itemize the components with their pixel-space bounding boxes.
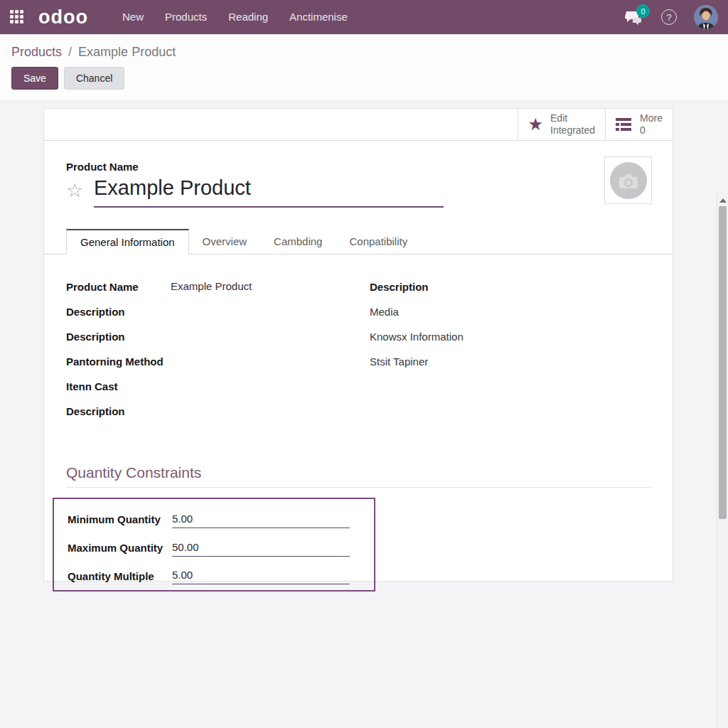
field-row: Description <box>370 274 654 299</box>
field-row: Description <box>66 399 370 424</box>
maximum-quantity-label: Maximum Quantity <box>68 542 172 554</box>
field-label: Media <box>370 306 474 318</box>
star-icon: ★ <box>528 116 544 133</box>
content-area: ★ Edit Integrated More 0 <box>0 100 728 728</box>
product-title-underline <box>94 206 444 208</box>
nav-item-products[interactable]: Products <box>165 0 207 34</box>
field-label: Knowsx Information <box>370 331 474 343</box>
tab-cambding[interactable]: Cambding <box>260 229 336 254</box>
field-row: Itenn Cast <box>66 374 370 399</box>
field-label: Stsit Tapiner <box>370 355 474 368</box>
field-value[interactable] <box>171 305 277 319</box>
apps-grid-icon[interactable] <box>10 10 24 24</box>
fields-left-column: Product Name Example Product Description… <box>44 274 370 424</box>
field-row: Description <box>66 324 370 349</box>
control-panel: Products / Example Product Save Chancel <box>0 34 728 100</box>
nav-item-new[interactable]: New <box>122 0 144 34</box>
breadcrumb: Products / Example Product <box>0 35 728 60</box>
cancel-button[interactable]: Chancel <box>64 67 124 90</box>
field-row: Media <box>370 299 654 324</box>
vertical-scrollbar[interactable] <box>717 194 728 728</box>
field-value[interactable] <box>171 405 277 419</box>
field-value[interactable] <box>171 355 277 369</box>
quantity-row: Minimum Quantity <box>68 505 374 534</box>
minimum-quantity-input[interactable] <box>172 511 350 528</box>
quantity-row: Maximum Quantity <box>68 534 374 562</box>
quantity-multiple-input[interactable] <box>172 567 350 584</box>
field-label: Description <box>66 405 171 417</box>
field-label: Pantorning Method <box>66 355 171 368</box>
edit-integrated-button[interactable]: ★ Edit Integrated <box>518 109 606 140</box>
tab-overview[interactable]: Overview <box>189 229 261 254</box>
field-value[interactable]: Example Product <box>171 280 277 294</box>
field-value[interactable] <box>171 330 277 344</box>
minimum-quantity-label: Minimum Quantity <box>68 513 172 525</box>
more-label: More 0 <box>640 112 663 136</box>
field-row: Product Name Example Product <box>66 274 370 299</box>
scrollbar-thumb[interactable] <box>719 206 727 519</box>
card-body: Product Name ☆ Example Product General I… <box>44 141 673 582</box>
messages-icon[interactable]: 0 <box>624 9 644 26</box>
field-label: Description <box>66 331 171 343</box>
section-divider <box>66 487 653 488</box>
field-label: Description <box>370 281 474 293</box>
breadcrumb-products-link[interactable]: Products <box>11 45 62 59</box>
card-header: ★ Edit Integrated More 0 <box>44 109 673 141</box>
scroll-up-arrow-icon[interactable] <box>719 198 727 203</box>
edit-integrated-label: Edit Integrated <box>550 112 595 136</box>
breadcrumb-separator: / <box>65 45 75 59</box>
field-row: Pantorning Method <box>66 349 370 374</box>
product-title-input[interactable]: Example Product <box>94 176 251 200</box>
messages-badge: 0 <box>636 4 650 18</box>
tab-conpatibility[interactable]: Conpatibility <box>336 229 421 254</box>
top-navbar: odoo New Products Reading Anctimenise 0 … <box>0 0 728 34</box>
quantity-constraints-title: Quantity Constraints <box>66 464 201 481</box>
nav-item-reading[interactable]: Reading <box>228 0 268 34</box>
avatar-image <box>694 5 718 29</box>
odoo-logo: odoo <box>38 0 88 34</box>
help-icon[interactable]: ? <box>661 9 677 25</box>
camera-icon <box>609 161 648 200</box>
list-icon <box>616 117 633 132</box>
nav-menu: New Products Reading Anctimenise <box>122 0 348 34</box>
field-row: Description <box>66 299 370 324</box>
tab-general-information[interactable]: General Information <box>66 229 189 255</box>
save-button[interactable]: Save <box>11 67 58 90</box>
fields-right-column: Description Media Knowsx Information Sts… <box>370 274 654 424</box>
notebook-tabs: General Information Overview Cambding Co… <box>44 229 673 255</box>
form-fields: Product Name Example Product Description… <box>44 274 673 424</box>
nav-right-cluster: 0 ? <box>624 5 718 29</box>
action-buttons: Save Chancel <box>0 60 728 90</box>
field-row: Knowsx Information <box>370 324 654 349</box>
maximum-quantity-input[interactable] <box>172 540 350 557</box>
quantity-row: Quantity Multiple <box>68 562 374 590</box>
field-row: Stsit Tapiner <box>370 349 654 374</box>
field-label: Product Name <box>66 281 171 293</box>
quantity-constraints-group: Minimum Quantity Maximum Quantity Quanti… <box>53 498 375 592</box>
product-name-field-label: Product Name <box>66 161 139 173</box>
quantity-multiple-label: Quantity Multiple <box>68 570 172 582</box>
field-label: Itenn Cast <box>66 380 171 392</box>
user-avatar[interactable] <box>694 5 718 29</box>
field-value[interactable] <box>171 380 277 394</box>
more-button[interactable]: More 0 <box>605 109 673 140</box>
favorite-star-icon[interactable]: ☆ <box>66 179 83 202</box>
breadcrumb-current: Example Product <box>78 45 176 59</box>
product-form-card: ★ Edit Integrated More 0 <box>43 108 673 582</box>
field-label: Description <box>66 306 171 318</box>
product-image-placeholder[interactable] <box>604 156 652 204</box>
nav-item-anctimenise[interactable]: Anctimenise <box>289 0 348 34</box>
